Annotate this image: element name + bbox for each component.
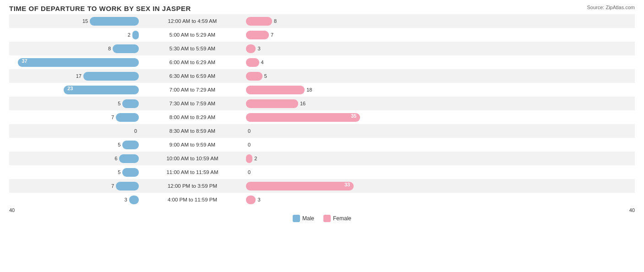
female-bar: [246, 86, 305, 94]
male-value: 0: [127, 128, 137, 134]
left-half: 7: [9, 113, 140, 122]
axis-labels: 40 40: [9, 207, 635, 213]
left-half: 17: [9, 72, 140, 81]
legend: Male Female: [9, 215, 635, 222]
female-value: 0: [248, 142, 258, 147]
right-half: 7: [245, 31, 376, 39]
male-value: 5: [110, 169, 120, 175]
female-bar: [246, 154, 252, 163]
table-row: 37 6:00 AM to 6:29 AM 4: [9, 55, 635, 69]
female-bar: [246, 72, 262, 81]
time-label: 5:30 AM to 5:59 AM: [140, 46, 245, 51]
male-value: 6: [107, 156, 117, 161]
left-half: 8: [9, 44, 140, 53]
female-bar: [246, 58, 259, 67]
male-bar: [119, 154, 139, 163]
female-bar: 33: [246, 182, 354, 190]
table-row: 5 9:00 AM to 9:59 AM 0: [9, 138, 635, 152]
right-half: 16: [245, 99, 376, 108]
table-row: 8 5:30 AM to 5:59 AM 3: [9, 42, 635, 55]
chart-container: TIME OF DEPARTURE TO WORK BY SEX IN JASP…: [0, 0, 644, 272]
table-row: 2 5:00 AM to 5:29 AM 7: [9, 28, 635, 42]
time-label: 4:00 PM to 11:59 PM: [140, 197, 245, 202]
left-half: 23: [9, 86, 140, 94]
table-row: 5 7:30 AM to 7:59 AM 16: [9, 97, 635, 110]
left-half: 7: [9, 182, 140, 190]
time-label: 10:00 AM to 10:59 AM: [140, 156, 245, 161]
legend-female: Female: [323, 215, 351, 222]
male-bar: [122, 141, 139, 149]
female-bar: [246, 17, 272, 26]
male-bar: [129, 196, 139, 204]
female-value: 2: [254, 156, 264, 161]
legend-male-label: Male: [302, 215, 314, 222]
time-label: 12:00 AM to 4:59 AM: [140, 18, 245, 24]
time-label: 6:30 AM to 6:59 AM: [140, 73, 245, 79]
table-row: 15 12:00 AM to 4:59 AM 8: [9, 14, 635, 28]
legend-female-label: Female: [333, 215, 351, 222]
right-half: 8: [245, 17, 376, 26]
male-bar: 37: [18, 58, 139, 67]
table-row: 23 7:00 AM to 7:29 AM 18: [9, 83, 635, 97]
female-bar: [246, 31, 269, 39]
left-half: 0: [9, 127, 140, 136]
male-bar: [116, 182, 139, 190]
female-bar: [246, 196, 256, 204]
male-value: 15: [78, 18, 88, 24]
time-label: 8:00 AM to 8:29 AM: [140, 114, 245, 120]
right-half: 3: [245, 44, 376, 53]
table-row: 7 8:00 AM to 8:29 AM 35: [9, 110, 635, 124]
table-row: 17 6:30 AM to 6:59 AM 5: [9, 69, 635, 83]
male-bar: [113, 44, 139, 53]
left-half: 15: [9, 17, 140, 26]
axis-right: 40: [629, 207, 635, 213]
male-value: 5: [110, 101, 120, 106]
time-label: 7:00 AM to 7:29 AM: [140, 87, 245, 92]
left-half: 5: [9, 141, 140, 149]
male-value: 7: [104, 183, 114, 189]
female-value: 4: [261, 60, 271, 65]
legend-female-box: [323, 215, 331, 222]
male-bar: [116, 113, 139, 122]
female-value: 7: [271, 32, 281, 38]
time-label: 5:00 AM to 5:29 AM: [140, 32, 245, 38]
table-row: 6 10:00 AM to 10:59 AM 2: [9, 152, 635, 165]
time-label: 9:00 AM to 9:59 AM: [140, 142, 245, 147]
male-bar: 23: [64, 86, 139, 94]
left-half: 6: [9, 154, 140, 163]
legend-male-box: [293, 215, 300, 222]
female-value: 3: [257, 197, 267, 202]
male-value: 17: [71, 73, 82, 79]
table-row: 0 8:30 AM to 8:59 AM 0: [9, 124, 635, 138]
left-half: 5: [9, 168, 140, 177]
right-half: 0: [245, 127, 376, 136]
table-row: 7 12:00 PM to 3:59 PM 33: [9, 179, 635, 193]
time-label: 11:00 AM to 11:59 AM: [140, 169, 245, 175]
female-bar: [246, 99, 298, 108]
right-half: 2: [245, 154, 376, 163]
male-bar: [132, 31, 139, 39]
time-label: 6:00 AM to 6:29 AM: [140, 60, 245, 65]
right-half: 3: [245, 196, 376, 204]
legend-male: Male: [293, 215, 314, 222]
left-half: 37: [9, 58, 140, 67]
left-half: 3: [9, 196, 140, 204]
male-value: 8: [101, 46, 111, 51]
chart-inner: 15 12:00 AM to 4:59 AM 8 2 5:00 AM to 5:…: [9, 14, 635, 268]
female-value: 18: [306, 87, 317, 92]
right-half: 5: [245, 72, 376, 81]
female-value: 8: [274, 18, 284, 24]
female-bar: 35: [246, 113, 360, 122]
male-bar: [90, 17, 139, 26]
time-label: 7:30 AM to 7:59 AM: [140, 101, 245, 106]
male-value: 3: [117, 197, 127, 202]
chart-title: TIME OF DEPARTURE TO WORK BY SEX IN JASP…: [9, 5, 635, 12]
axis-left: 40: [9, 207, 15, 213]
table-row: 5 11:00 AM to 11:59 AM 0: [9, 165, 635, 179]
left-half: 5: [9, 99, 140, 108]
right-half: 4: [245, 58, 376, 67]
time-label: 12:00 PM to 3:59 PM: [140, 183, 245, 189]
male-value: 2: [120, 32, 131, 38]
left-half: 2: [9, 31, 140, 39]
right-half: 18: [245, 86, 376, 94]
